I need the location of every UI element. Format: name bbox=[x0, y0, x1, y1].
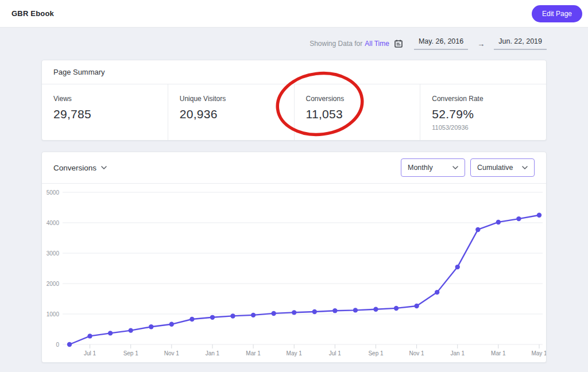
svg-text:Jul 1: Jul 1 bbox=[329, 350, 342, 356]
svg-text:Sep 1: Sep 1 bbox=[368, 350, 384, 356]
svg-text:5000: 5000 bbox=[47, 189, 60, 196]
showing-data-label: Showing Data for bbox=[310, 40, 362, 48]
chevron-down-icon bbox=[101, 166, 107, 169]
start-date-input[interactable]: May. 26, 2016 bbox=[414, 37, 468, 50]
metric-fraction: 11053/20936 bbox=[432, 124, 535, 131]
interval-select-value: Monthly bbox=[408, 164, 433, 172]
page-summary-card: Page Summary Views 29,785 Unique Visitor… bbox=[41, 60, 547, 141]
svg-text:Mar 1: Mar 1 bbox=[246, 350, 261, 356]
metric-value: 20,936 bbox=[180, 107, 283, 121]
page-summary-title: Page Summary bbox=[42, 60, 546, 84]
metric-label: Unique Visitors bbox=[180, 95, 283, 103]
chevron-down-icon bbox=[452, 166, 458, 169]
interval-select[interactable]: Monthly bbox=[401, 158, 465, 177]
end-date-input[interactable]: Jun. 22, 2019 bbox=[494, 37, 547, 50]
svg-text:Mar 1: Mar 1 bbox=[491, 350, 506, 356]
svg-text:May 1: May 1 bbox=[287, 350, 303, 356]
mode-select[interactable]: Cumulative bbox=[470, 158, 535, 177]
metric-label: Views bbox=[53, 95, 156, 103]
svg-text:Jan 1: Jan 1 bbox=[206, 350, 220, 356]
svg-text:Jan 1: Jan 1 bbox=[451, 350, 465, 356]
chart-area: 010002000300040005000Jul 1Sep 1Nov 1Jan … bbox=[42, 184, 546, 362]
conversions-line-chart: 010002000300040005000Jul 1Sep 1Nov 1Jan … bbox=[42, 187, 546, 359]
svg-text:Nov 1: Nov 1 bbox=[164, 350, 180, 356]
mode-select-value: Cumulative bbox=[477, 164, 513, 172]
svg-text:2000: 2000 bbox=[47, 281, 60, 287]
svg-text:Jul 1: Jul 1 bbox=[84, 350, 96, 356]
metric-unique-visitors: Unique Visitors 20,936 bbox=[168, 84, 294, 140]
svg-text:Sep 1: Sep 1 bbox=[123, 350, 139, 356]
metric-conversion-rate: Conversion Rate 52.79% 11053/20936 bbox=[420, 84, 546, 140]
all-time-link[interactable]: All Time bbox=[365, 40, 389, 48]
svg-text:3000: 3000 bbox=[47, 250, 60, 257]
metric-value: 29,785 bbox=[53, 107, 156, 121]
svg-text:0: 0 bbox=[56, 342, 59, 348]
top-bar: GBR Ebook Edit Page bbox=[0, 0, 588, 28]
conversions-chart-card: Conversions Monthly Cumulative 01000200 bbox=[41, 152, 547, 363]
arrow-right-icon: → bbox=[477, 40, 485, 48]
metric-label: Conversions bbox=[306, 95, 409, 103]
calendar-icon[interactable] bbox=[394, 40, 403, 48]
date-filter-bar: Showing Data for All Time May. 26, 2016 … bbox=[41, 28, 547, 57]
edit-page-button[interactable]: Edit Page bbox=[532, 5, 582, 22]
metric-conversions: Conversions 11,053 bbox=[294, 84, 420, 140]
metric-value: 52.79% bbox=[432, 107, 535, 121]
metric-value: 11,053 bbox=[306, 107, 409, 121]
svg-text:May 1: May 1 bbox=[531, 350, 546, 356]
page-title: GBR Ebook bbox=[11, 9, 54, 18]
svg-text:4000: 4000 bbox=[47, 220, 60, 226]
metric-label: Conversion Rate bbox=[432, 95, 535, 103]
svg-text:Nov 1: Nov 1 bbox=[409, 350, 425, 356]
metric-dropdown-label: Conversions bbox=[53, 164, 96, 172]
metric-dropdown[interactable]: Conversions bbox=[53, 164, 107, 172]
chart-header: Conversions Monthly Cumulative bbox=[42, 152, 546, 184]
metric-views: Views 29,785 bbox=[42, 84, 168, 140]
svg-text:1000: 1000 bbox=[47, 311, 60, 317]
chevron-down-icon bbox=[522, 166, 528, 169]
metrics-row: Views 29,785 Unique Visitors 20,936 Conv… bbox=[42, 84, 546, 140]
